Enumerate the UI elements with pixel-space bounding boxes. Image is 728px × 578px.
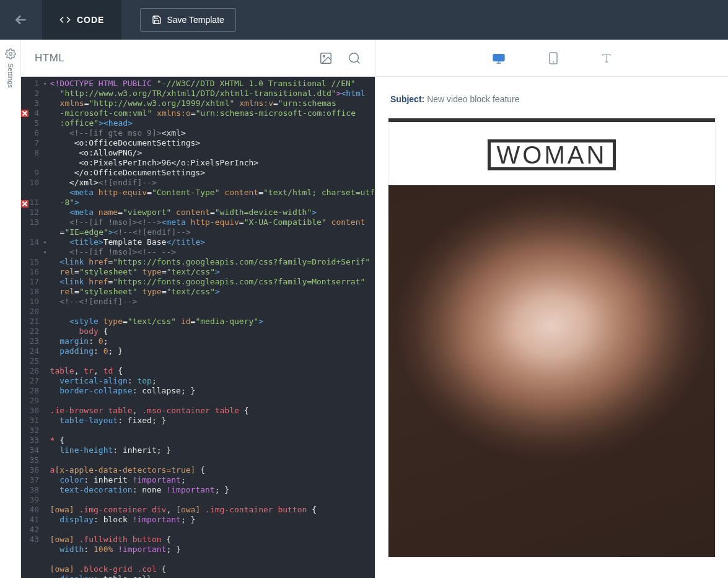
code-icon xyxy=(59,14,71,25)
svg-point-3 xyxy=(349,53,359,62)
main-area: Settings HTML 12345678910111213141516171… xyxy=(0,40,728,578)
back-button[interactable] xyxy=(0,0,42,40)
preview-panel: Subject: New video block feature WOMAN xyxy=(375,40,728,578)
editor-toolbar: HTML xyxy=(21,40,375,77)
logo-area: WOMAN xyxy=(388,122,715,185)
settings-rail[interactable]: Settings xyxy=(0,40,21,578)
svg-rect-5 xyxy=(493,54,504,61)
search-icon[interactable] xyxy=(348,51,361,65)
line-gutter: 1234567891011121314151617181920212223242… xyxy=(29,77,43,578)
save-template-button[interactable]: Save Template xyxy=(140,8,235,32)
save-icon xyxy=(152,15,162,25)
email-preview[interactable]: WOMAN xyxy=(388,118,716,558)
fold-gutter: ▾▾▾ xyxy=(43,77,47,578)
subject-value: New video block feature xyxy=(427,94,519,104)
code-lines[interactable]: <!DOCTYPE HTML PUBLIC "-//W3C//DTD XHTML… xyxy=(48,77,375,578)
subject-label: Subject: xyxy=(390,94,424,104)
preview-body: Subject: New video block feature WOMAN xyxy=(375,77,728,578)
desktop-view-button[interactable] xyxy=(492,53,506,64)
editor-title: HTML xyxy=(35,52,64,64)
settings-label: Settings xyxy=(7,63,14,88)
code-editor[interactable]: 1234567891011121314151617181920212223242… xyxy=(21,77,375,578)
editor-panel: HTML 12345678910111213141516171819202122… xyxy=(21,40,375,578)
preview-devices xyxy=(375,40,728,77)
save-button-label: Save Template xyxy=(167,15,224,25)
app-header: CODE Save Template xyxy=(0,0,728,40)
mobile-view-button[interactable] xyxy=(549,52,558,64)
svg-point-2 xyxy=(323,55,325,57)
image-icon[interactable] xyxy=(319,51,333,65)
logo-text: WOMAN xyxy=(488,139,616,170)
gear-icon xyxy=(5,48,16,59)
svg-line-4 xyxy=(357,61,359,63)
hero-image xyxy=(388,185,715,557)
text-view-button[interactable] xyxy=(601,53,612,64)
subject-line: Subject: New video block feature xyxy=(390,94,716,104)
code-tab-label: CODE xyxy=(77,15,104,25)
code-tab[interactable]: CODE xyxy=(42,0,121,40)
svg-point-0 xyxy=(9,53,12,56)
